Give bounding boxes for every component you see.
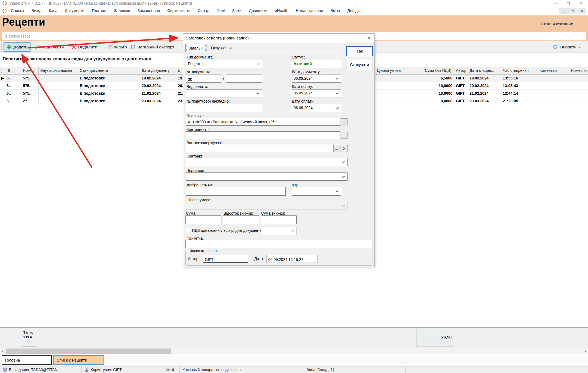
col-number[interactable]: Номер [21,67,39,74]
consignee-clear-button[interactable]: X [341,145,348,152]
col-num-ko[interactable]: Номер ко [569,67,588,74]
menu-sklad[interactable]: Склад [198,8,209,13]
chevron-down-icon [342,175,345,178]
scroll-left-icon[interactable]: ‹ [0,349,5,353]
add-button[interactable]: Додати [4,42,31,52]
tab-underline [185,52,343,52]
tab-home[interactable]: Головна [2,355,52,365]
pay-type-combo[interactable] [186,89,262,97]
menu-zalyshky[interactable]: Залишки [114,8,130,13]
col-author[interactable]: Автор [454,67,468,74]
via-combo[interactable] [186,172,348,181]
col-comment[interactable]: Коментар [538,67,569,74]
child-minimize-button[interactable]: _ [559,8,568,14]
refresh-dropdown-icon[interactable]: ▾ [579,46,580,49]
discount-pct-input[interactable] [225,217,257,224]
doc-date-combo[interactable]: 06.09.2024 [292,75,341,83]
menu-dovidnyky[interactable]: Довідники [249,8,267,13]
filter-button-label: Фільтр [114,45,127,50]
col-created-date[interactable]: Дата створе... [468,67,501,74]
col-price-condition[interactable]: Цінова умова [375,67,416,74]
poa-input[interactable] [188,189,284,195]
discount-pct-field[interactable] [223,215,259,224]
consignee-field[interactable] [186,145,340,152]
edit-button[interactable]: Редагувати [32,42,66,52]
note-field[interactable] [185,240,373,248]
owner-label: Власник:* [187,114,205,118]
contract-combo[interactable] [186,158,348,166]
close-button[interactable]: × [574,1,587,6]
col-created-time[interactable]: Час створення [501,67,538,74]
ok-button[interactable]: Так [346,46,373,56]
menu-dokumenty[interactable]: Документи [65,8,84,13]
pay-date-combo[interactable]: 06.09.2024 [292,104,341,112]
col-internal-number[interactable]: Внутрішній номер [39,67,78,74]
tab-lists-recipes[interactable]: Списки: Рецепти [53,355,104,365]
scroll-right-icon[interactable]: › [583,349,588,353]
status-connections-count: 4 [172,368,174,372]
menu-vikna[interactable]: Вікна [330,8,340,13]
col-sum-no-vat[interactable]: Сума без ПДВ): [416,67,454,74]
doc-num2-field[interactable] [226,75,262,83]
cell-created: 21.02.2024 [468,90,501,97]
contragent-browse-button[interactable]: ... [341,132,348,139]
menu-filii[interactable]: Філії [217,8,225,13]
doc-type-label: Тип документа: [187,55,214,59]
menu-ehealth[interactable]: eHealth [275,8,288,13]
poa-field[interactable] [186,187,286,196]
cell-author: GIFT [454,75,468,82]
tax-invoice-input[interactable] [188,106,260,112]
sum-input[interactable] [187,217,220,224]
menu-vykhid[interactable]: Вихід [31,8,41,13]
refresh-button[interactable]: Оновити ▾ [550,42,583,52]
owner-browse-button[interactable]: ... [341,118,348,125]
cell-internal [39,82,78,90]
child-close-button[interactable]: × [578,8,586,14]
child-restore-button[interactable] [568,8,577,14]
vat-same-checkbox[interactable] [186,228,190,232]
delete-button[interactable]: Видалити [69,42,100,52]
consignee-browse-button[interactable]: ... [333,145,340,152]
scrollbar-thumb[interactable] [6,349,171,354]
poa-from-combo[interactable] [292,187,341,196]
cell-id: 6.. [5,97,16,105]
tab-rounding[interactable]: Округлення [208,44,234,52]
cell-price [375,90,416,97]
minimize-button[interactable]: — [549,1,562,6]
doc-num2-input[interactable] [228,76,260,82]
cell-author: GIFT [454,90,468,97]
menu-kasa[interactable]: Каса [49,8,57,13]
doc-num-input[interactable] [188,76,219,82]
owner-field[interactable]: Апт №003 пгт.Барышевка, ул.Киевский шлях… [186,118,340,126]
menu-platezhi[interactable]: Платежі [92,8,106,13]
col-doc-date[interactable]: Дата документу [140,67,176,74]
menu-nalashtuvannia[interactable]: Налаштування [296,8,323,13]
export-button[interactable]: Загальний експорт [128,42,177,52]
menu-spysok[interactable]: Список [11,8,24,13]
note-input[interactable] [187,242,371,248]
status-user: Користувач: GIFT [82,366,163,373]
menu-sertyfikaty[interactable]: Сертифікати [167,8,190,13]
discount-sum-field[interactable] [261,215,297,224]
contragent-field[interactable] [186,131,340,139]
dialog-close-button[interactable]: × [365,35,372,41]
cancel-button[interactable]: Скасувати [346,60,373,70]
discount-sum-input[interactable] [263,217,295,224]
tab-general[interactable]: Загальні [185,44,206,52]
tax-invoice-field[interactable] [186,104,262,112]
col-doc-state[interactable]: Стан документа [78,67,140,74]
doc-num-field[interactable] [186,75,221,83]
menu-zamovlennia[interactable]: Замовлення [138,8,160,13]
restore-button[interactable] [562,1,574,6]
horizontal-scrollbar[interactable]: ‹ › [0,348,588,354]
menu-zvity[interactable]: Звіти [232,8,242,13]
menu-dovidka[interactable]: Довідка [347,8,361,13]
sum-field[interactable] [185,215,221,224]
doc-type-combo[interactable]: Рецепты [186,60,262,68]
menu-logo-icon [2,8,7,13]
col-blank[interactable] [16,67,21,74]
cell-created: 20.02.2024 [468,82,501,90]
filter-button[interactable]: Фільтр [105,42,130,52]
col-id[interactable]: ІД [5,67,16,74]
account-date-combo[interactable]: 06.09.2024 [292,89,341,97]
